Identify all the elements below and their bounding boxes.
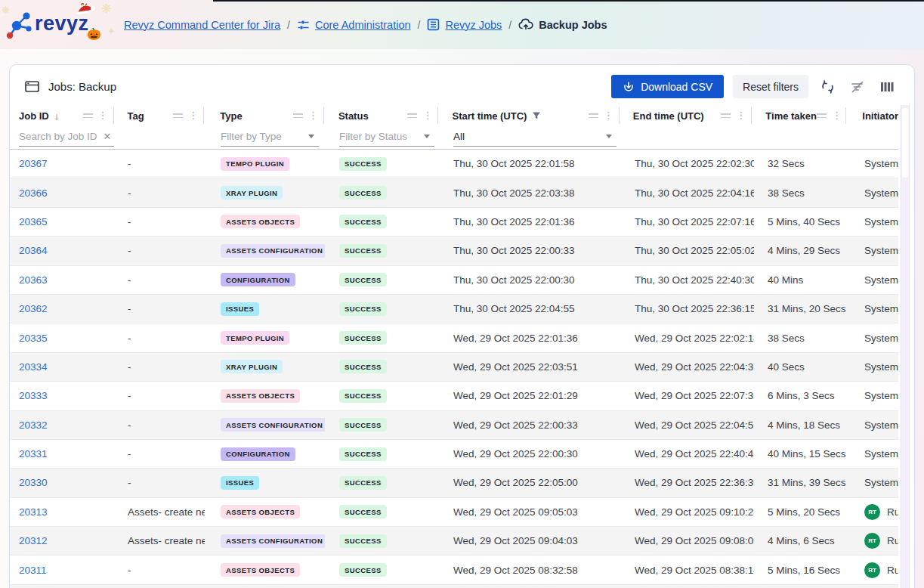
initiator-cell: RT Rup [848,498,898,526]
end-time-cell: Wed, 29 Oct 2025 09:10:23 [621,498,754,526]
time-taken-cell: 40 Mins [754,266,848,294]
column-resize-handle[interactable] [721,113,731,118]
column-menu-icon[interactable]: ⋮ [832,112,842,119]
column-header-tag[interactable]: Tag ⋮ [114,105,205,126]
type-badge: ASSETS CONFIGURATION [221,534,325,548]
column-header-time-taken[interactable]: Time taken ⋮ [752,105,846,126]
job-id-filter[interactable]: Search by Job ID ✕ [10,126,114,149]
start-time-filter[interactable]: All [440,126,621,149]
column-header-start-time[interactable]: Start time (UTC) ⋮ [438,105,619,126]
column-resize-handle[interactable] [83,113,93,118]
type-badge: CONFIGURATION [221,273,295,286]
cloud-upload-icon [518,18,533,31]
table-row: 20332 - ASSETS CONFIGURATION SUCCESS Wed… [10,411,898,440]
column-resize-handle[interactable] [407,113,417,118]
breadcrumb-item-command-center[interactable]: Revyz Command Center for Jira [124,19,280,31]
card-title-text: Jobs: Backup [48,80,116,93]
job-id-link[interactable]: 20335 [19,333,48,344]
job-id-link[interactable]: 20363 [19,274,48,286]
initiator-name: System [864,390,898,401]
confetti-decoration: ✦ [107,26,116,37]
end-time-cell: Wed, 29 Oct 2025 22:07:32 [621,382,754,410]
type-filter[interactable]: Filter by Type [205,126,325,149]
column-menu-icon[interactable]: ⋮ [188,112,198,119]
filter-applied-icon[interactable] [532,111,541,120]
time-taken-cell: 5 Mins, 16 Secs [754,556,848,583]
type-badge: CONFIGURATION [221,447,295,461]
column-menu-icon[interactable]: ⋮ [736,112,746,119]
job-id-link[interactable]: 20332 [19,419,48,431]
time-taken-cell: 38 Secs [754,178,848,206]
status-badge: SUCCESS [339,418,387,432]
column-resize-handle[interactable] [173,113,183,118]
initiator-cell: RT Rup [848,527,898,555]
confetti-decoration: ❋ [101,2,111,16]
status-badge: SUCCESS [339,563,387,577]
start-time-cell: Wed, 29 Oct 2025 22:03:51 [440,353,621,381]
job-id-link[interactable]: 20331 [19,448,48,460]
clear-search-icon[interactable]: ✕ [104,131,112,142]
table-scrollbar[interactable] [901,105,910,588]
filter-off-icon[interactable] [847,79,868,95]
columns-icon[interactable] [877,79,898,94]
initiator-name: System [864,333,898,344]
job-id-link[interactable]: 20362 [19,303,48,314]
initiator-cell: System [848,440,898,468]
job-id-link[interactable]: 20334 [19,361,48,373]
initiator-cell: System [848,411,898,439]
column-resize-handle[interactable] [293,113,303,118]
job-id-link[interactable]: 20312 [19,535,48,546]
time-taken-cell: 31 Mins, 20 Secs [754,295,848,323]
scrollbar-thumb[interactable] [902,108,908,178]
column-header-type[interactable]: Type ⋮ [204,105,324,126]
santa-hat-icon [74,3,97,16]
type-badge: ISSUES [221,476,259,490]
time-taken-cell: 4 Mins, 29 Secs [754,237,848,265]
column-menu-icon[interactable]: ⋮ [422,112,432,119]
job-id-link[interactable]: 20365 [19,216,48,227]
status-badge: SUCCESS [339,331,387,345]
end-time-cell: Wed, 29 Oct 2025 22:04:31 [621,353,754,381]
start-time-cell: Wed, 29 Oct 2025 09:04:03 [440,527,621,555]
column-menu-icon[interactable]: ⋮ [604,112,613,119]
initiator-name: System [864,477,898,488]
breadcrumb-item-core-administration[interactable]: Core Administration [297,19,411,31]
job-id-link[interactable]: 20330 [19,477,48,488]
job-id-link[interactable]: 20366 [19,187,48,199]
job-id-link[interactable]: 20364 [19,245,48,256]
reset-filters-button[interactable]: Reset filters [733,75,808,98]
column-header-end-time[interactable]: End time (UTC) ⋮ [620,105,752,126]
column-resize-handle[interactable] [817,113,827,118]
job-id-link[interactable]: 20333 [19,390,48,401]
start-time-cell: Wed, 29 Oct 2025 22:00:30 [440,440,621,468]
time-taken-cell: 40 Mins, 15 Secs [754,440,848,468]
type-badge: ASSETS OBJECTS [221,389,300,403]
dropdown-caret-icon[interactable] [606,135,612,138]
dropdown-caret-icon[interactable] [308,135,314,138]
job-id-link[interactable]: 20313 [19,506,48,518]
status-filter[interactable]: Filter by Status [325,126,440,149]
column-header-initiator[interactable]: Initiator [846,105,898,126]
column-menu-icon[interactable]: ⋮ [98,112,108,119]
start-time-cell: Wed, 29 Oct 2025 22:01:29 [440,382,621,410]
tag-cell: - [114,266,205,294]
column-resize-handle[interactable] [589,113,598,118]
column-header-status[interactable]: Status ⋮ [324,105,439,126]
start-time-cell: Thu, 30 Oct 2025 22:01:36 [440,208,621,236]
time-taken-cell: 4 Mins, 6 Secs [754,527,848,555]
column-menu-icon[interactable]: ⋮ [308,112,318,119]
end-time-cell: Thu, 30 Oct 2025 22:40:30 [621,266,754,294]
dropdown-caret-icon[interactable] [424,135,430,138]
job-id-search-input[interactable]: Search by Job ID [19,131,97,142]
column-header-job-id[interactable]: Job ID ↓ ⋮ [10,105,114,126]
status-badge: SUCCESS [339,447,387,461]
download-csv-button[interactable]: Download CSV [611,75,724,98]
job-id-link[interactable]: 20311 [19,565,47,576]
breadcrumb-item-revyz-jobs[interactable]: Revyz Jobs [427,18,502,31]
start-time-cell: Thu, 30 Oct 2025 22:03:38 [440,178,621,206]
refresh-icon[interactable] [817,79,838,95]
job-id-link[interactable]: 20367 [19,158,48,169]
status-badge: SUCCESS [339,505,387,518]
sort-desc-icon[interactable]: ↓ [54,110,60,122]
journal-icon [427,18,440,31]
